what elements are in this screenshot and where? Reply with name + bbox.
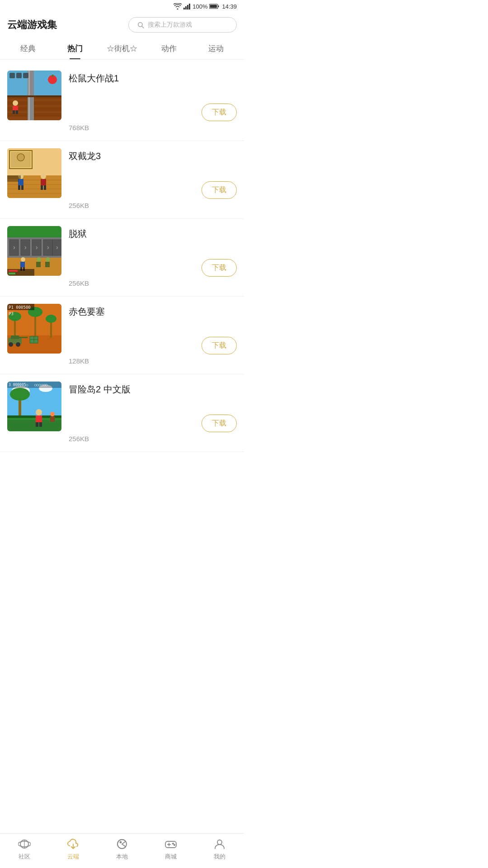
search-icon: [137, 21, 144, 28]
game-name-1: 松鼠大作战1: [69, 72, 237, 85]
svg-rect-70: [9, 273, 15, 274]
game-item-3: › › › › ›: [0, 219, 244, 297]
game-thumb-5: 3 000005○ ○○○○○○: [7, 382, 61, 431]
search-placeholder: 搜索上万款游戏: [148, 21, 192, 29]
game-item: 松鼠大作战1 下载 768KB: [0, 63, 244, 141]
battery-percent: 100%: [192, 3, 207, 10]
svg-rect-45: [7, 175, 21, 179]
header: 云端游戏集 搜索上万款游戏: [0, 13, 244, 39]
download-btn-5[interactable]: 下载: [202, 415, 237, 432]
svg-rect-18: [9, 73, 15, 78]
svg-rect-0: [183, 8, 185, 9]
game-list: 松鼠大作战1 下载 768KB: [0, 63, 244, 452]
signal-icon: [183, 3, 191, 9]
tab-classic[interactable]: 经典: [5, 39, 52, 59]
app-title: 云端游戏集: [7, 18, 57, 32]
svg-rect-6: [210, 5, 217, 8]
game-size-5: 256KB: [69, 435, 237, 443]
svg-rect-20: [23, 73, 28, 78]
game-name-4: 赤色要塞: [69, 306, 237, 318]
svg-rect-24: [16, 110, 18, 114]
game-thumb-3: › › › › ›: [7, 226, 61, 276]
game-item-2: 双截龙3 下载 256KB: [0, 141, 244, 219]
download-btn-4[interactable]: 下载: [202, 337, 237, 354]
svg-rect-102: [36, 415, 42, 422]
svg-rect-1: [185, 6, 187, 9]
download-btn-3[interactable]: 下载: [202, 259, 237, 277]
svg-point-97: [10, 388, 30, 401]
game-name-3: 脱狱: [69, 228, 237, 240]
tab-arcade[interactable]: ☆街机☆: [99, 39, 145, 59]
svg-rect-26: [52, 75, 53, 77]
svg-rect-39: [18, 185, 20, 190]
game-size-2: 256KB: [69, 202, 237, 209]
game-item-5: 3 000005○ ○○○○○○: [0, 374, 244, 452]
svg-rect-67: [45, 262, 50, 267]
svg-rect-104: [39, 422, 42, 427]
svg-point-31: [17, 154, 24, 161]
svg-point-101: [36, 409, 42, 415]
svg-rect-47: [7, 226, 61, 237]
tab-hot[interactable]: 热门: [52, 39, 99, 59]
status-bar: 100% 14:39: [0, 0, 244, 13]
svg-text:›: ›: [47, 244, 49, 251]
svg-point-78: [46, 315, 56, 323]
svg-rect-106: [50, 416, 55, 422]
svg-text:›: ›: [56, 244, 58, 251]
svg-text:›: ›: [24, 244, 27, 251]
wifi-icon: [174, 3, 182, 9]
game-size-3: 256KB: [69, 279, 237, 287]
download-btn-1[interactable]: 下载: [202, 104, 237, 121]
svg-rect-38: [18, 179, 23, 185]
game-name-5: 冒险岛2 中文版: [69, 383, 237, 396]
game-item-4: P1 000500 P3 赤色要塞 下载 128KB: [0, 297, 244, 374]
download-btn-2[interactable]: 下载: [202, 181, 237, 199]
svg-rect-86: [19, 337, 28, 338]
battery-icon: [209, 4, 219, 9]
game-info-2: 双截龙3 下载 256KB: [69, 148, 237, 209]
svg-point-105: [50, 412, 55, 416]
game-info-3: 脱狱 下载 256KB: [69, 226, 237, 287]
time: 14:39: [222, 3, 237, 10]
tab-sports[interactable]: 运动: [192, 39, 239, 59]
status-icons: 100% 14:39: [174, 3, 237, 10]
game-name-2: 双截龙3: [69, 150, 237, 162]
svg-rect-65: [36, 262, 41, 267]
category-tabs: 经典 热门 ☆街机☆ 动作 运动: [0, 39, 244, 60]
game-thumb-2: [7, 148, 61, 198]
game-thumb-4: P1 000500 P3: [7, 304, 61, 354]
svg-point-60: [21, 257, 25, 262]
svg-rect-17: [7, 95, 61, 97]
svg-rect-19: [16, 73, 22, 78]
game-info-4: 赤色要塞 下载 128KB: [69, 304, 237, 365]
svg-rect-42: [41, 179, 46, 185]
svg-rect-46: [7, 179, 19, 182]
svg-line-8: [142, 26, 144, 28]
svg-rect-83: [11, 335, 19, 339]
svg-rect-23: [13, 110, 15, 114]
svg-text:P3: P3: [9, 311, 14, 316]
svg-rect-22: [13, 106, 18, 110]
svg-point-85: [16, 342, 20, 347]
svg-text:›: ›: [13, 244, 15, 251]
svg-point-84: [9, 342, 13, 347]
svg-rect-69: [9, 270, 18, 272]
svg-rect-14: [7, 113, 61, 117]
svg-rect-43: [41, 185, 43, 190]
svg-text:P1 000500: P1 000500: [9, 305, 31, 310]
search-bar[interactable]: 搜索上万款游戏: [128, 17, 237, 33]
svg-rect-3: [189, 4, 190, 9]
game-size-4: 128KB: [69, 357, 237, 365]
svg-rect-2: [187, 5, 188, 9]
svg-rect-61: [20, 262, 25, 267]
svg-point-64: [37, 257, 41, 262]
game-size-1: 768KB: [69, 124, 237, 132]
svg-point-21: [13, 100, 18, 106]
tab-action[interactable]: 动作: [145, 39, 192, 59]
game-thumb-1: [7, 71, 61, 120]
svg-text:○○○○○○: ○○○○○○: [34, 383, 47, 387]
svg-text:›: ›: [36, 244, 38, 251]
svg-text:3 000005○: 3 000005○: [9, 383, 28, 387]
svg-point-66: [46, 257, 50, 262]
svg-rect-44: [44, 185, 46, 190]
